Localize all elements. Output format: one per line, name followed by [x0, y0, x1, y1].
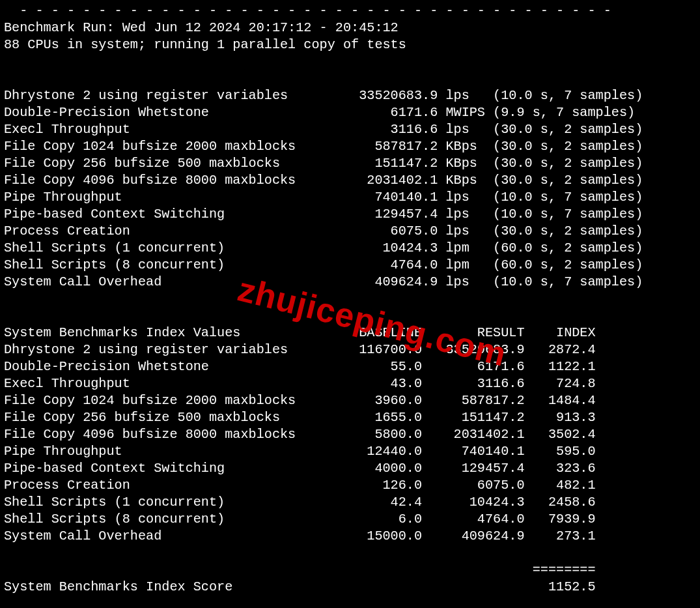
cpu-line: 88 CPUs in system; running 1 parallel co… — [4, 37, 406, 52]
score-line: System Benchmarks Index Score 1152.5 — [4, 579, 596, 594]
benchmark-run-line: Benchmark Run: Wed Jun 12 2024 20:17:12 … — [4, 20, 399, 35]
terminal-output: - - - - - - - - - - - - - - - - - - - - … — [0, 0, 700, 608]
tests-block: Dhrystone 2 using register variables 335… — [4, 88, 643, 289]
divider-line: - - - - - - - - - - - - - - - - - - - - … — [4, 3, 611, 18]
score-separator: ======== — [4, 562, 596, 577]
index-block: System Benchmarks Index Values BASELINE … — [4, 325, 596, 543]
